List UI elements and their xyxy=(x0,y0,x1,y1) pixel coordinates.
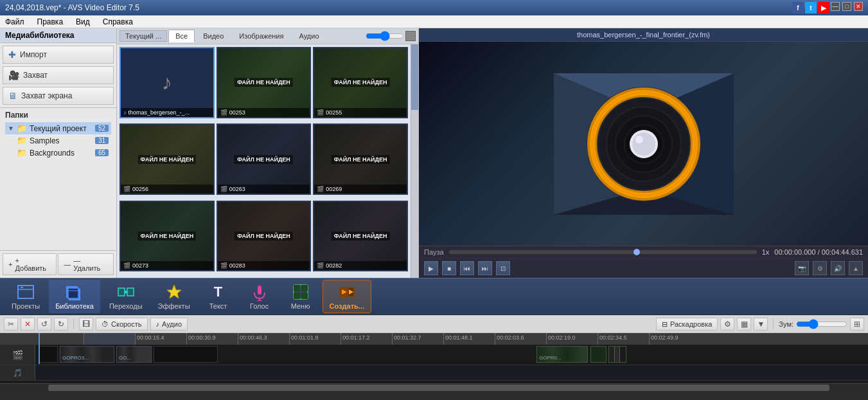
media-scrollbar-thumb[interactable] xyxy=(411,44,418,110)
tab-images[interactable]: Изображения xyxy=(232,30,290,42)
timeline-redo-button[interactable]: ↻ xyxy=(54,318,68,331)
menu-file[interactable]: Файл xyxy=(3,17,27,26)
prev-frame-button[interactable]: ⏮ xyxy=(460,261,474,275)
ruler-marks: 00:00:15.4 00:00:30.9 00:00:46.3 00:01:0… xyxy=(35,333,700,345)
timeline-scroll-thumb[interactable] xyxy=(48,385,829,391)
folder-item-samples[interactable]: ▼ 📁 Samples 31 xyxy=(5,134,111,147)
toolbar-menu[interactable]: Меню xyxy=(281,280,320,313)
media-item-6[interactable]: ФАЙЛ НЕ НАЙДЕН 🎬 00269 xyxy=(313,123,408,195)
preview-progress-bar[interactable] xyxy=(449,250,757,254)
media-item-filename-2: 00253 xyxy=(229,109,245,116)
speed-button[interactable]: ⏱ Скорость xyxy=(96,318,148,331)
twitter-icon[interactable]: t xyxy=(805,2,817,14)
tab-audio[interactable]: Аудио xyxy=(292,30,326,42)
clip-label-gopro0: GOPR0... xyxy=(539,355,562,361)
folder-item-current-project[interactable]: ▼ 📁 Текущий проект 52 xyxy=(5,122,111,134)
media-item-label-6: 🎬 00269 xyxy=(314,185,407,194)
close-button[interactable]: ✕ xyxy=(854,2,863,11)
video-clip-gopro3[interactable]: GOPRO3... xyxy=(60,346,114,363)
timeline-expand-button[interactable]: ⊞ xyxy=(850,318,864,331)
expand-button[interactable]: ▲ xyxy=(849,261,863,275)
audio-track: 🎵 xyxy=(0,365,868,381)
folder-icon: 📁 xyxy=(17,123,27,133)
import-button[interactable]: ✚ Импорт xyxy=(3,46,114,64)
timeline-cut-button[interactable]: ✂ xyxy=(4,318,18,331)
separator-2 xyxy=(773,319,774,329)
video-icon: 🎬 xyxy=(317,186,324,192)
audio-button[interactable]: ♪ Аудио xyxy=(150,318,188,331)
stop-button[interactable]: ■ xyxy=(442,261,456,275)
media-item-3[interactable]: ФАЙЛ НЕ НАЙДЕН 🎬 00255 xyxy=(313,47,408,118)
grid-toggle-button[interactable] xyxy=(405,31,416,41)
maximize-button[interactable]: □ xyxy=(842,2,851,11)
text-label: Текст xyxy=(209,302,227,310)
video-clip-go[interactable]: GO... xyxy=(116,346,152,363)
video-thumbnail-8: ФАЙЛ НЕ НАЙДЕН xyxy=(218,202,310,271)
tab-current-project[interactable]: Текущий ... xyxy=(120,30,167,42)
toolbar-voice[interactable]: Голос xyxy=(240,280,279,313)
media-item-4[interactable]: ФАЙЛ НЕ НАЙДЕН 🎬 00256 xyxy=(120,123,215,195)
snapshot-button[interactable]: 📷 xyxy=(795,261,809,275)
settings-button[interactable]: ⚙ xyxy=(813,261,827,275)
media-item-5[interactable]: ФАЙЛ НЕ НАЙДЕН 🎬 00263 xyxy=(217,123,312,195)
media-item-2[interactable]: ФАЙЛ НЕ НАЙДЕН 🎬 00253 xyxy=(217,47,312,118)
black-clip-2[interactable] xyxy=(154,346,218,363)
timeline-film-button[interactable]: 🎞 xyxy=(79,318,93,331)
timeline-grid-button[interactable]: ▦ xyxy=(737,318,751,331)
video-thumbnail-4: ФАЙЛ НЕ НАЙДЕН xyxy=(121,125,213,194)
toolbar-text[interactable]: T Текст xyxy=(199,280,238,313)
remove-button[interactable]: — — Удалить xyxy=(58,253,114,275)
timeline-undo-button[interactable]: ↺ xyxy=(37,318,51,331)
tab-all[interactable]: Все xyxy=(168,30,195,42)
capture-button[interactable]: 🎥 Захват xyxy=(3,66,114,84)
menu-view[interactable]: Вид xyxy=(73,17,93,26)
add-button[interactable]: + + Добавить xyxy=(3,253,57,275)
media-item-label-3: 🎬 00255 xyxy=(314,108,407,117)
preview-time-display: 00:00:00.000 / 00:04:44.631 xyxy=(774,248,863,256)
loop-button[interactable]: ⊡ xyxy=(496,261,510,275)
next-frame-button[interactable]: ⏭ xyxy=(478,261,492,275)
preview-progress-thumb[interactable] xyxy=(633,249,640,255)
folder-arrow-icon: ▼ xyxy=(8,125,14,132)
menu-edit[interactable]: Правка xyxy=(35,17,66,26)
menu-help[interactable]: Справка xyxy=(100,17,136,26)
minimize-button[interactable]: — xyxy=(831,2,840,11)
audio-track-content[interactable] xyxy=(35,365,868,380)
screen-capture-button[interactable]: 🖥 Захват экрана xyxy=(3,87,114,105)
media-scrollbar[interactable] xyxy=(411,44,418,278)
toolbar-transitions[interactable]: Переходы xyxy=(103,280,149,313)
toolbar-projects[interactable]: Проекты xyxy=(5,280,46,313)
media-item-1[interactable]: ♪ ♪ thomas_bergersen_-_... xyxy=(120,47,215,118)
titlebar: 24,04,2018.vep* - AVS Video Editor 7.5 f… xyxy=(0,0,868,15)
video-clip-small-2[interactable] xyxy=(608,346,626,363)
menubar: Файл Правка Вид Справка xyxy=(0,15,868,28)
timeline-scrollbar[interactable] xyxy=(0,383,868,391)
timeline-settings-button[interactable]: ⚙ xyxy=(720,318,734,331)
toolbar-library[interactable]: Библиотека xyxy=(49,280,100,313)
ruler-mark-7: 00:01:48.1 xyxy=(443,333,495,345)
media-item-8[interactable]: ФАЙЛ НЕ НАЙДЕН 🎬 00283 xyxy=(217,201,312,272)
media-item-7[interactable]: ФАЙЛ НЕ НАЙДЕН 🎬 00273 xyxy=(120,201,215,272)
video-track-content[interactable]: GOPRO3... GO... GOPR0... xyxy=(35,345,868,365)
zoom-slider[interactable] xyxy=(796,319,847,329)
toolbar-effects[interactable]: Эффекты xyxy=(152,280,197,313)
timeline-delete-button[interactable]: ✕ xyxy=(21,318,35,331)
black-clip-1[interactable] xyxy=(39,346,58,363)
timeline-dropdown-button[interactable]: ▼ xyxy=(754,318,768,331)
import-label: Импорт xyxy=(20,50,47,59)
facebook-icon[interactable]: f xyxy=(792,2,804,14)
menu-label: Меню xyxy=(291,302,310,310)
youtube-icon[interactable]: ▶ xyxy=(818,2,829,14)
video-clip-gopro0[interactable]: GOPR0... xyxy=(536,346,588,363)
size-range-input[interactable] xyxy=(366,32,404,41)
media-item-9[interactable]: ФАЙЛ НЕ НАЙДЕН 🎬 00282 xyxy=(313,201,408,272)
folder-item-backgrounds[interactable]: ▼ 📁 Backgrounds 65 xyxy=(5,147,111,159)
video-clip-small-1[interactable] xyxy=(590,346,607,363)
tab-video[interactable]: Видео xyxy=(196,30,231,42)
toolbar-create[interactable]: Создать... xyxy=(323,280,371,313)
storyboard-button[interactable]: ⊟ Раскадровка xyxy=(656,318,718,331)
svg-rect-32 xyxy=(301,293,308,299)
volume-button[interactable]: 🔊 xyxy=(831,261,845,275)
play-button[interactable]: ▶ xyxy=(424,261,438,275)
ruler-mark-10: 00:02:34.5 xyxy=(598,333,649,345)
